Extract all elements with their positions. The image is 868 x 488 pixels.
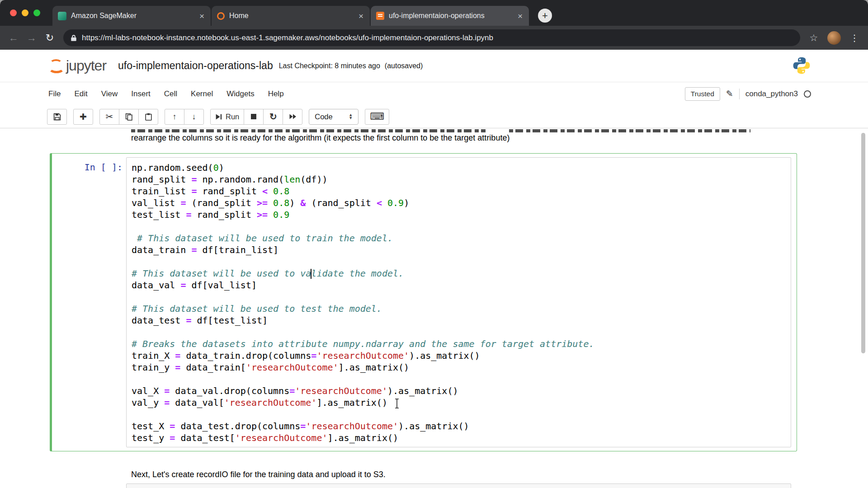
markdown-cell-bottom[interactable]: Next, Let's create recordIO file for the…: [131, 470, 386, 479]
code-line[interactable]: # This dataset will be used to test the …: [132, 303, 791, 314]
menu-edit[interactable]: Edit: [67, 86, 94, 102]
tab-close-icon[interactable]: ×: [517, 12, 524, 20]
copy-cell-button[interactable]: [119, 109, 139, 125]
kernel-idle-icon: [804, 90, 811, 98]
restart-run-all-button[interactable]: [283, 109, 302, 125]
url-text: https://ml-labs-notebook-instance.notebo…: [82, 33, 493, 42]
code-line[interactable]: train_X = data_train.drop(columns='resea…: [132, 350, 791, 361]
reload-button[interactable]: ↻: [42, 32, 58, 44]
checkpoint-status: Last Checkpoint: 8 minutes ago: [279, 62, 380, 70]
restart-kernel-button[interactable]: ↻: [263, 109, 283, 125]
select-arrows-icon: ▲▼: [349, 113, 353, 120]
move-cell-up-button[interactable]: ↑: [165, 109, 184, 125]
code-line[interactable]: np.random.seed(0): [132, 162, 791, 174]
command-palette-button[interactable]: ⌨: [365, 109, 389, 125]
tab-label: Home: [229, 12, 353, 20]
run-button[interactable]: Run: [210, 109, 244, 125]
bookmark-star-icon[interactable]: ☆: [806, 33, 822, 43]
run-icon: [215, 113, 222, 120]
zoom-window-button[interactable]: [33, 9, 40, 16]
code-line[interactable]: [132, 291, 791, 303]
toolbar-palette-group: ⌨: [365, 109, 389, 125]
close-window-button[interactable]: [10, 9, 17, 16]
minimize-window-button[interactable]: [22, 9, 28, 16]
code-line[interactable]: # This dataset will be used to validate …: [132, 267, 791, 279]
autosave-status: (autosaved): [385, 62, 423, 70]
notebook-body: rearrange the columns so it is ready for…: [0, 128, 868, 488]
move-cell-down-button[interactable]: ↓: [184, 109, 204, 125]
tab-label: Amazon SageMaker: [71, 12, 194, 20]
code-line[interactable]: [132, 256, 791, 267]
edit-mode-pencil-icon: ✎: [726, 89, 733, 99]
menu-kernel[interactable]: Kernel: [184, 86, 220, 102]
markdown-cell-top[interactable]: rearrange the columns so it is ready for…: [131, 133, 509, 143]
code-line[interactable]: [132, 221, 791, 232]
menu-help[interactable]: Help: [261, 86, 291, 102]
menu-file[interactable]: File: [42, 86, 67, 102]
copy-icon: [125, 113, 133, 121]
save-button[interactable]: [47, 109, 67, 125]
paste-cell-button[interactable]: [138, 109, 158, 125]
code-line[interactable]: val_y = data_val['researchOutcome'].as_m…: [132, 397, 791, 408]
trusted-button[interactable]: Trusted: [685, 87, 720, 101]
notebook-header: jupyter ufo-implementaion-operations-lab…: [0, 50, 868, 82]
browser-tab[interactable]: Home×: [212, 6, 370, 26]
menu-items: FileEditViewInsertCellKernelWidgetsHelp: [42, 86, 291, 102]
code-area[interactable]: np.random.seed(0)rand_split = np.random.…: [132, 162, 791, 444]
code-line[interactable]: train_list = rand_split < 0.8: [132, 185, 791, 197]
notebook-title[interactable]: ufo-implementaion-operations-lab: [118, 60, 273, 72]
paste-icon: [145, 113, 152, 121]
address-bar[interactable]: https://ml-labs-notebook-instance.notebo…: [63, 29, 800, 46]
menu-cell[interactable]: Cell: [157, 86, 184, 102]
code-line[interactable]: test_list = rand_split >= 0.9: [132, 209, 791, 221]
code-line[interactable]: data_test = df[test_list]: [132, 314, 791, 326]
menu-view[interactable]: View: [94, 86, 125, 102]
scrollbar-thumb[interactable]: [861, 133, 865, 353]
run-button-label: Run: [226, 113, 239, 121]
code-line[interactable]: [132, 326, 791, 338]
profile-avatar[interactable]: [827, 31, 841, 45]
cell-type-select[interactable]: Code ▲▼: [309, 109, 359, 125]
browser-menu-icon[interactable]: ⋮: [846, 33, 863, 43]
code-line[interactable]: rand_split = np.random.rand(len(df)): [132, 174, 791, 185]
code-line[interactable]: [132, 408, 791, 420]
code-line[interactable]: test_X = data_test.drop(columns='researc…: [132, 420, 791, 432]
clipped-text-fragment: [131, 129, 486, 132]
jupyter-logo[interactable]: jupyter: [47, 58, 106, 73]
arrow-up-icon: ↑: [173, 112, 177, 122]
code-line[interactable]: train_y = data_train['researchOutcome'].…: [132, 361, 791, 373]
back-button[interactable]: ←: [5, 32, 22, 44]
code-line[interactable]: # Breaks the datasets into attribute num…: [132, 338, 791, 350]
text-cursor: [394, 399, 400, 408]
jupyter-favicon: [217, 12, 225, 20]
tab-label: ufo-implementaion-operations: [389, 12, 512, 20]
sagemaker-favicon: [58, 12, 66, 20]
cut-cell-button[interactable]: ✂: [99, 109, 119, 125]
insert-cell-below-button[interactable]: ✚: [73, 109, 93, 125]
interrupt-kernel-button[interactable]: [244, 109, 264, 125]
selected-code-cell[interactable]: In [ ]: np.random.seed(0)rand_split = np…: [50, 153, 797, 451]
menu-widgets[interactable]: Widgets: [220, 86, 261, 102]
browser-tab[interactable]: ufo-implementaion-operations×: [371, 6, 529, 26]
arrow-down-icon: ↓: [192, 112, 196, 122]
code-line[interactable]: # This dataset will be used to train the…: [132, 232, 791, 244]
forward-button[interactable]: →: [24, 32, 40, 44]
tab-close-icon[interactable]: ×: [198, 12, 205, 20]
tab-list: Amazon SageMaker×Home×ufo-implementaion-…: [52, 6, 529, 26]
code-line[interactable]: data_val = df[val_list]: [132, 279, 791, 291]
toolbar-groups: ✚✂↑↓Run↻: [47, 109, 302, 125]
code-line[interactable]: [132, 373, 791, 385]
code-line[interactable]: data_train = df[train_list]: [132, 244, 791, 256]
cell-input-area[interactable]: np.random.seed(0)rand_split = np.random.…: [126, 157, 791, 447]
keyboard-icon: ⌨: [370, 111, 384, 122]
next-cell-partial[interactable]: [126, 483, 791, 488]
code-line[interactable]: val_X = data_val.drop(columns='researchO…: [132, 385, 791, 397]
browser-tab[interactable]: Amazon SageMaker×: [52, 6, 211, 26]
menu-insert[interactable]: Insert: [124, 86, 157, 102]
code-line[interactable]: test_y = data_test['researchOutcome'].as…: [132, 432, 791, 444]
jupyter-logo-text: jupyter: [66, 58, 106, 73]
code-line[interactable]: val_list = (rand_split >= 0.8) & (rand_s…: [132, 197, 791, 209]
tab-close-icon[interactable]: ×: [358, 12, 364, 20]
window-controls: [10, 9, 40, 16]
new-tab-button[interactable]: +: [538, 9, 552, 23]
